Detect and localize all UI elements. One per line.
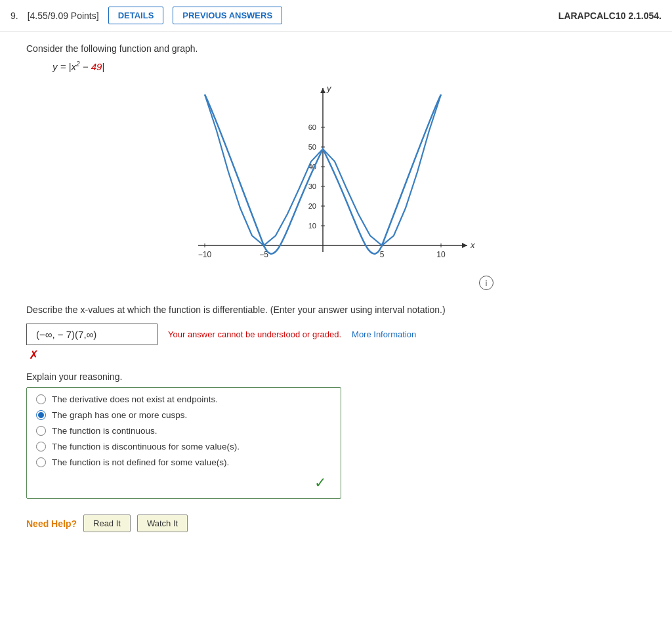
question-number: 9. bbox=[10, 10, 18, 21]
content-area: Consider the following function and grap… bbox=[0, 32, 672, 552]
more-info-link[interactable]: More Information bbox=[352, 329, 416, 339]
problem-intro: Consider the following function and grap… bbox=[26, 43, 646, 54]
radio-label-2: The graph has one or more cusps. bbox=[52, 410, 187, 420]
read-it-button[interactable]: Read It bbox=[83, 514, 131, 532]
watch-it-button[interactable]: Watch It bbox=[137, 514, 188, 532]
checkmark-row: ✓ bbox=[36, 474, 331, 492]
radio-label-5: The function is not defined for some val… bbox=[52, 457, 229, 467]
details-button[interactable]: DETAILS bbox=[108, 7, 164, 24]
radio-label-3: The function is continuous. bbox=[52, 426, 158, 436]
answer-box: (−∞, − 7)(7,∞) bbox=[26, 324, 158, 345]
radio-item-5[interactable]: The function is not defined for some val… bbox=[36, 457, 331, 467]
radio-item-4[interactable]: The function is discontinuous for some v… bbox=[36, 442, 331, 452]
radio-input-5[interactable] bbox=[36, 457, 46, 467]
radio-input-4[interactable] bbox=[36, 442, 46, 452]
graph-container: −10 −5 5 10 x 10 20 bbox=[178, 81, 494, 291]
radio-label-1: The derivative does not exist at endpoin… bbox=[52, 394, 218, 404]
graph-curve-smooth bbox=[178, 81, 480, 285]
radio-input-1[interactable] bbox=[36, 394, 46, 404]
need-help-label: Need Help? bbox=[26, 518, 77, 529]
points-label: [4.55/9.09 Points] bbox=[28, 10, 99, 21]
wrong-indicator: ✗ bbox=[29, 348, 646, 362]
correct-checkmark: ✓ bbox=[314, 474, 326, 492]
answer-row: (−∞, − 7)(7,∞) Your answer cannot be und… bbox=[26, 324, 646, 345]
radio-item-1[interactable]: The derivative does not exist at endpoin… bbox=[36, 394, 331, 404]
radio-item-2[interactable]: The graph has one or more cusps. bbox=[36, 410, 331, 420]
radio-item-3[interactable]: The function is continuous. bbox=[36, 426, 331, 436]
page-wrapper: 9. [4.55/9.09 Points] DETAILS PREVIOUS A… bbox=[0, 0, 672, 630]
error-message: Your answer cannot be understood or grad… bbox=[168, 329, 341, 339]
radio-input-3[interactable] bbox=[36, 426, 46, 436]
radio-label-4: The function is discontinuous for some v… bbox=[52, 442, 240, 452]
help-row: Need Help? Read It Watch It bbox=[26, 514, 646, 532]
header-bar: 9. [4.55/9.09 Points] DETAILS PREVIOUS A… bbox=[0, 0, 672, 32]
formula-constant: 49 bbox=[91, 61, 102, 72]
formula: y = |x2 − 49| bbox=[52, 60, 646, 72]
previous-answers-button[interactable]: PREVIOUS ANSWERS bbox=[173, 7, 282, 24]
explain-label: Explain your reasoning. bbox=[26, 371, 646, 382]
radio-group: The derivative does not exist at endpoin… bbox=[26, 387, 341, 499]
info-icon[interactable]: i bbox=[479, 276, 494, 290]
course-code: LARAPCALC10 2.1.054. bbox=[558, 10, 662, 21]
question-text: Describe the x-values at which the funct… bbox=[26, 303, 646, 317]
radio-input-2[interactable] bbox=[36, 410, 46, 420]
